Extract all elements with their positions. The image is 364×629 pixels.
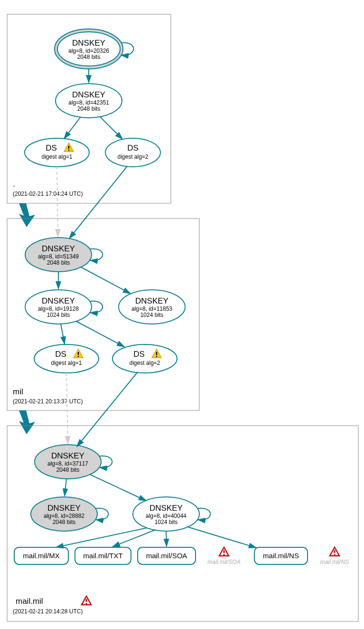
- svg-text:2048 bits: 2048 bits: [47, 259, 70, 266]
- edge-mm-ksk-k2: [65, 479, 66, 496]
- edge-root-zsk-ds2: [100, 116, 122, 139]
- svg-text:DS: DS: [133, 350, 145, 359]
- svg-text:2048 bits: 2048 bits: [56, 467, 80, 473]
- svg-text:alg=8, id=51349: alg=8, id=51349: [38, 253, 79, 260]
- svg-text:DNSKEY: DNSKEY: [149, 504, 183, 513]
- svg-text:1024 bits: 1024 bits: [155, 519, 178, 525]
- delegation-arrow-mil-mailmil: [19, 410, 35, 434]
- svg-text:DNSKEY: DNSKEY: [42, 244, 75, 253]
- svg-text:digest alg=2: digest alg=2: [117, 153, 148, 160]
- svg-text:DNSKEY: DNSKEY: [51, 451, 84, 460]
- svg-text:mail.mil/MX: mail.mil/MX: [23, 552, 60, 560]
- zone-mailmil-label: mail.mil: [16, 597, 43, 606]
- svg-text:alg=8, id=19128: alg=8, id=19128: [38, 305, 79, 312]
- svg-text:mail.mil/NS: mail.mil/NS: [263, 552, 299, 560]
- zone-mailmil-time: (2021-02-21 20:14:28 UTC): [13, 608, 83, 615]
- edge-mil-ksk-zsk2: [81, 267, 131, 294]
- edge-root-ds1-milksk: [57, 167, 58, 237]
- record-mx: mail.mil/MX: [14, 547, 68, 564]
- svg-point-16: [105, 138, 160, 167]
- edge-mil-ds2-mmksk: [77, 372, 138, 447]
- svg-text:digest alg=1: digest alg=1: [51, 360, 82, 366]
- edge-mil-ds1-mmksk: [66, 373, 68, 444]
- svg-text:2048 bits: 2048 bits: [77, 54, 101, 60]
- zone-root-time: (2021-02-21 17:04:24 UTC): [13, 191, 83, 197]
- node-mailmil-zsk: DNSKEY alg=8, id=40044 1024 bits: [133, 497, 199, 531]
- node-mil-zsk1: DNSKEY alg=8, id=19128 1024 bits: [25, 290, 92, 324]
- svg-text:1024 bits: 1024 bits: [140, 312, 164, 318]
- svg-text:DS: DS: [46, 143, 57, 152]
- svg-text:1024 bits: 1024 bits: [47, 312, 70, 318]
- error-icon: [219, 547, 229, 556]
- node-mil-ds1: DS digest alg=1: [34, 344, 99, 373]
- node-root-ds1: DS digest alg=1: [25, 138, 89, 167]
- svg-text:2048 bits: 2048 bits: [53, 519, 76, 525]
- edge-root-ds2-milksk: [69, 166, 127, 238]
- svg-text:alg=8, id=40044: alg=8, id=40044: [146, 513, 187, 519]
- svg-text:DNSKEY: DNSKEY: [42, 296, 75, 305]
- svg-text:alg=8, id=20326: alg=8, id=20326: [68, 48, 109, 54]
- error-icon: [330, 547, 339, 556]
- svg-text:mail.mil/NS: mail.mil/NS: [320, 559, 349, 565]
- edge-mil-zsk1-ds2: [76, 321, 124, 347]
- svg-point-34: [112, 344, 177, 373]
- record-ns: mail.mil/NS: [254, 547, 308, 564]
- edge-zsk-txt: [112, 530, 156, 547]
- edge-root-zsk-ds1: [64, 117, 81, 139]
- edge-zsk-soa: [166, 531, 167, 546]
- edge-mil-zsk1-ds1: [61, 324, 65, 344]
- zone-mil-time: (2021-02-21 20:13:37 UTC): [13, 398, 83, 405]
- svg-text:digest alg=2: digest alg=2: [129, 360, 160, 366]
- error-icon: [82, 596, 91, 605]
- node-root-zsk: DNSKEY alg=8, id=42351 2048 bits: [56, 84, 122, 118]
- svg-text:DNSKEY: DNSKEY: [135, 296, 168, 305]
- svg-text:DNSKEY: DNSKEY: [47, 504, 81, 513]
- node-mailmil-k2: DNSKEY alg=8, id=28882 2048 bits: [31, 497, 97, 531]
- svg-text:alg=8, id=42351: alg=8, id=42351: [68, 99, 109, 106]
- delegation-arrow-root-mil: [19, 203, 35, 227]
- node-mil-zsk2: DNSKEY alg=8, id=11853 1024 bits: [119, 290, 185, 324]
- record-ns-error: mail.mil/NS: [320, 547, 349, 565]
- node-mil-ksk: DNSKEY alg=8, id=51349 2048 bits: [25, 238, 92, 272]
- node-mil-ds2: DS digest alg=2: [112, 344, 177, 373]
- svg-text:DS: DS: [127, 143, 139, 152]
- record-txt: mail.mil/TXT: [75, 547, 131, 564]
- edge-mm-ksk-zsk: [90, 475, 146, 501]
- svg-text:alg=8, id=37117: alg=8, id=37117: [47, 460, 88, 467]
- svg-text:DS: DS: [55, 350, 66, 359]
- node-mailmil-ksk: DNSKEY alg=8, id=37117 2048 bits: [35, 445, 101, 479]
- svg-text:alg=8, id=28882: alg=8, id=28882: [44, 513, 84, 519]
- svg-text:mail.mil/SOA: mail.mil/SOA: [207, 559, 240, 565]
- svg-point-13: [25, 138, 89, 167]
- node-root-ksk: DNSKEY alg=8, id=20326 2048 bits: [55, 29, 123, 69]
- svg-point-31: [34, 344, 99, 373]
- svg-text:mail.mil/SOA: mail.mil/SOA: [146, 552, 187, 560]
- svg-text:2048 bits: 2048 bits: [77, 105, 101, 112]
- zone-root-label: .: [13, 180, 15, 189]
- svg-text:digest alg=1: digest alg=1: [41, 153, 72, 160]
- svg-text:DNSKEY: DNSKEY: [72, 38, 105, 48]
- svg-text:mail.mil/TXT: mail.mil/TXT: [83, 552, 122, 560]
- svg-text:DNSKEY: DNSKEY: [72, 90, 105, 99]
- record-soa-error: mail.mil/SOA: [207, 547, 240, 565]
- svg-text:alg=8, id=11853: alg=8, id=11853: [131, 305, 172, 312]
- edge-zsk-ns: [187, 527, 256, 548]
- node-root-ds2: DS digest alg=2: [105, 138, 160, 167]
- record-soa: mail.mil/SOA: [138, 547, 196, 564]
- zone-mil-label: mil: [13, 387, 23, 396]
